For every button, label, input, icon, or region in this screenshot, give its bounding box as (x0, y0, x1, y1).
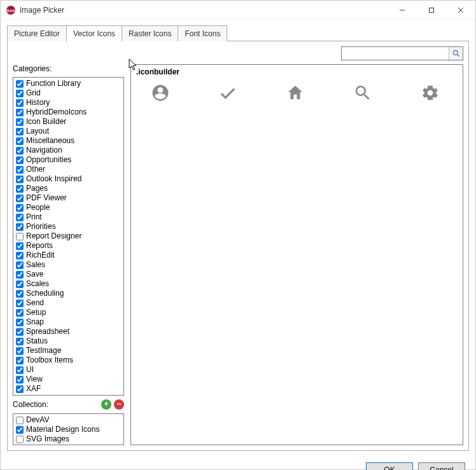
category-item-checkbox[interactable] (16, 357, 24, 364)
search-input[interactable] (342, 47, 449, 60)
category-item-checkbox[interactable] (16, 261, 24, 269)
category-item[interactable]: Save (15, 270, 122, 279)
collections-list[interactable]: DevAVMaterial Design IconsSVG Images (13, 413, 124, 445)
category-item-checkbox[interactable] (16, 366, 24, 374)
category-item[interactable]: Function Library (15, 79, 122, 88)
category-item[interactable]: TestImage (15, 346, 122, 356)
category-item[interactable]: Grid (15, 88, 122, 98)
category-item-label: Scheduling (26, 289, 64, 298)
category-item[interactable]: Scheduling (15, 289, 122, 298)
minimize-button[interactable] (388, 1, 417, 20)
category-item-checkbox[interactable] (16, 137, 24, 145)
category-item[interactable]: Status (15, 336, 122, 346)
collection-item-checkbox[interactable] (16, 436, 24, 443)
category-item[interactable]: XAF (15, 384, 122, 394)
category-item-checkbox[interactable] (16, 385, 24, 393)
close-button[interactable] (446, 1, 475, 20)
category-item[interactable]: Sales (15, 260, 122, 270)
category-item[interactable]: Navigation (15, 146, 122, 155)
category-item[interactable]: UI (15, 365, 122, 375)
category-item-checkbox[interactable] (16, 204, 24, 212)
checkmark-icon[interactable] (216, 81, 239, 104)
category-item-checkbox[interactable] (16, 242, 24, 250)
category-item[interactable]: Setup (15, 308, 122, 317)
category-item[interactable]: Print (15, 212, 122, 222)
collection-item[interactable]: SVG Images (15, 434, 122, 444)
search-icon[interactable] (351, 81, 374, 104)
category-item-checkbox[interactable] (16, 347, 24, 355)
category-item-checkbox[interactable] (16, 156, 24, 164)
home-icon[interactable] (284, 81, 307, 104)
category-item-checkbox[interactable] (16, 223, 24, 231)
category-item-checkbox[interactable] (16, 128, 24, 135)
category-item[interactable]: History (15, 98, 122, 107)
category-item-label: People (26, 203, 50, 212)
category-item-label: Report Designer (26, 232, 81, 241)
category-item-checkbox[interactable] (16, 319, 24, 326)
tab-raster-icons[interactable]: Raster Icons (122, 25, 178, 41)
category-item-checkbox[interactable] (16, 185, 24, 193)
category-item-checkbox[interactable] (16, 99, 24, 107)
category-item[interactable]: People (15, 203, 122, 212)
category-item[interactable]: Send (15, 298, 122, 308)
category-item-checkbox[interactable] (16, 290, 24, 298)
category-item-checkbox[interactable] (16, 280, 24, 288)
collection-item-checkbox[interactable] (16, 417, 24, 424)
category-item-checkbox[interactable] (16, 338, 24, 345)
category-item[interactable]: Miscellaneous (15, 136, 122, 146)
collection-item[interactable]: Material Design Icons (15, 425, 122, 434)
category-item-label: Layout (26, 127, 49, 136)
category-item-checkbox[interactable] (16, 195, 24, 202)
category-item-checkbox[interactable] (16, 80, 24, 88)
category-item[interactable]: Opportunities (15, 155, 122, 165)
category-item[interactable]: Spreadsheet (15, 327, 122, 336)
search-button[interactable] (449, 47, 463, 60)
category-item[interactable]: Outlook Inspired (15, 174, 122, 184)
category-item[interactable]: Icon Builder (15, 117, 122, 127)
category-item[interactable]: View (15, 375, 122, 384)
settings-icon[interactable] (419, 81, 442, 104)
tab-font-icons[interactable]: Font Icons (178, 25, 227, 41)
category-item[interactable]: PDF Viewer (15, 193, 122, 203)
svg-line-7 (457, 55, 459, 57)
category-item-checkbox[interactable] (16, 147, 24, 155)
category-item-label: Reports (26, 241, 53, 251)
category-item-checkbox[interactable] (16, 176, 24, 183)
category-item[interactable]: RichEdit (15, 251, 122, 260)
category-item-checkbox[interactable] (16, 90, 24, 97)
cancel-button[interactable]: Cancel (418, 462, 465, 470)
category-item-checkbox[interactable] (16, 309, 24, 317)
collection-item-checkbox[interactable] (16, 426, 24, 434)
maximize-button[interactable] (417, 1, 446, 20)
category-item-checkbox[interactable] (16, 233, 24, 240)
category-item[interactable]: HybridDemoIcons (15, 107, 122, 117)
category-item[interactable]: Priorities (15, 222, 122, 232)
category-item-checkbox[interactable] (16, 118, 24, 126)
category-item[interactable]: Other (15, 165, 122, 174)
add-collection-button[interactable]: + (101, 399, 111, 410)
collection-item[interactable]: DevAV (15, 415, 122, 425)
ok-button[interactable]: OK (366, 462, 413, 470)
category-item[interactable]: Scales (15, 279, 122, 289)
category-item-checkbox[interactable] (16, 252, 24, 259)
category-item[interactable]: Toolbox Items (15, 356, 122, 365)
remove-collection-button[interactable]: − (114, 399, 124, 410)
category-item[interactable]: Layout (15, 127, 122, 136)
category-item-checkbox[interactable] (16, 109, 24, 116)
category-item-checkbox[interactable] (16, 166, 24, 174)
category-item-checkbox[interactable] (16, 376, 24, 384)
category-item-checkbox[interactable] (16, 214, 24, 221)
category-item-checkbox[interactable] (16, 271, 24, 279)
category-item[interactable]: Report Designer (15, 232, 122, 241)
tab-vector-icons[interactable]: Vector Icons (66, 25, 122, 41)
category-item[interactable]: Pages (15, 184, 122, 193)
category-item-checkbox[interactable] (16, 300, 24, 307)
account-circle-icon[interactable] (149, 81, 172, 104)
category-item[interactable]: Reports (15, 241, 122, 251)
category-item-checkbox[interactable] (16, 328, 24, 336)
categories-list[interactable]: Function LibraryGridHistoryHybridDemoIco… (13, 77, 124, 396)
tab-picture-editor[interactable]: Picture Editor (7, 25, 67, 41)
category-item[interactable]: Snap (15, 317, 122, 327)
category-item-label: TestImage (26, 346, 61, 356)
category-item-label: HybridDemoIcons (26, 107, 87, 117)
